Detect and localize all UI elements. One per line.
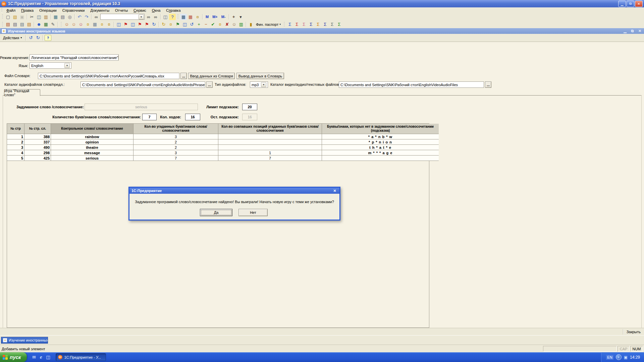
sign-doc-icon[interactable]: ✎ [50, 21, 56, 27]
print-icon[interactable]: ▤ [59, 14, 66, 20]
coins-small-icon[interactable]: ¤ [99, 21, 105, 27]
menu-item[interactable]: Файл [4, 8, 18, 13]
plus-doc-icon[interactable]: + [196, 21, 202, 27]
refill-icon[interactable]: ↻ [35, 35, 41, 41]
audio-type-combobox[interactable]: mp3 ▾ [250, 81, 268, 88]
column-header[interactable]: Контрольное слово/ словосочетание [51, 124, 133, 134]
table-row[interactable]: 5425serious77 [7, 156, 439, 161]
open-folder-icon[interactable]: ▧ [12, 14, 18, 20]
coins-transfer-icon[interactable]: ↻ [160, 21, 167, 27]
doc-person-icon-2[interactable]: ◫ [129, 21, 136, 27]
video-folder-field[interactable]: C:\Documents and Settings\SNK\Рабочий ст… [339, 81, 484, 88]
restore-button[interactable]: ⧉ [627, 1, 634, 7]
barrel-icon[interactable]: ▮ [248, 21, 254, 27]
child-minimize-button[interactable]: ▁ [622, 29, 628, 33]
network-icon[interactable]: ▣ [624, 355, 628, 360]
doc-exchange-icon[interactable]: ◫ [181, 21, 188, 27]
person-doc-icon[interactable]: ☺ [231, 21, 237, 27]
table-row[interactable]: 3490theatre2t h * a t * e [7, 145, 439, 150]
undo-icon[interactable]: ↶ [76, 14, 83, 20]
menu-item[interactable]: Правка [18, 8, 36, 13]
currency-person-icon[interactable]: ¤ [194, 14, 201, 20]
save-icon[interactable]: ▣ [19, 14, 25, 20]
building-coins-icon[interactable]: ▦ [92, 21, 98, 27]
moves-count-field[interactable]: 16 [185, 114, 200, 120]
video-browse-button[interactable]: ... [485, 81, 491, 88]
import-from-dictionary-button[interactable]: Ввод данных из Словаря [188, 73, 235, 79]
cabinet-icon[interactable]: ▤ [5, 21, 11, 27]
coins-drop-icon[interactable]: ¤ [106, 21, 112, 27]
minus-doc-icon[interactable]: − [203, 21, 209, 27]
find-icon[interactable]: ∞ [93, 14, 100, 20]
coins-stack-icon[interactable]: ¤ [85, 21, 91, 27]
coins-doc-icon[interactable]: ¤ [217, 21, 223, 27]
column-header[interactable]: № стр. сл. [24, 124, 51, 134]
flag-red-icon[interactable]: ⚑ [137, 21, 143, 27]
paste-icon[interactable]: ▥ [43, 14, 49, 20]
menu-item[interactable]: Операции [37, 8, 59, 13]
print-preview-icon[interactable]: ◎ [66, 14, 73, 20]
printer-setup-icon[interactable]: ▤ [26, 21, 33, 27]
actions-menu-button[interactable]: Действия ▾ [1, 35, 24, 41]
sum-check-icon[interactable]: Σ [336, 21, 342, 27]
person-coins-icon-2[interactable]: ☺ [70, 21, 77, 27]
dialog-close-icon[interactable]: ✕ [332, 189, 337, 193]
minimize-button[interactable]: ▁ [618, 1, 626, 7]
memory-recall-button[interactable]: М [204, 14, 210, 20]
menu-item[interactable]: Окна [149, 8, 163, 13]
language-indicator[interactable]: EN [606, 355, 613, 360]
calendar-icon[interactable]: ▦ [187, 14, 194, 20]
menu-item[interactable]: Отчеты [112, 8, 130, 13]
combobox-arrow-icon[interactable]: ▾ [261, 82, 266, 87]
sum-person-icon-1[interactable]: Σ [286, 21, 293, 27]
reread-icon[interactable]: ↺ [28, 35, 34, 41]
export-to-dictionary-button[interactable]: Вывод данных в Словарь [236, 73, 284, 79]
sum-people-icon[interactable]: Σ [301, 21, 307, 27]
printer-icon[interactable]: ▤ [12, 21, 18, 27]
check-doc-icon[interactable]: ✔ [210, 21, 216, 27]
menu-item[interactable]: Справочники [60, 8, 88, 13]
sum-person-icon-2[interactable]: Σ [293, 21, 300, 27]
memory-plus-button[interactable]: М+ [211, 14, 219, 20]
cash-table-icon[interactable]: ▦ [43, 21, 49, 27]
table-row[interactable]: 4298message31m * * * a g e [7, 150, 439, 156]
no-button[interactable]: Нет [238, 209, 268, 216]
taskbar-task-button[interactable]: 1С 1С:Предприятие - У... [56, 353, 106, 361]
sum-doc-icon[interactable]: Σ [329, 21, 335, 27]
doc-person-icon[interactable]: ◫ [115, 21, 122, 27]
dictionary-file-field[interactable]: C:\Documents and Settings\SNK\Рабочий ст… [38, 73, 179, 79]
yes-button[interactable]: Да [200, 209, 232, 216]
flag-red-icon-2[interactable]: ⚑ [144, 21, 150, 27]
hint-limit-field[interactable]: 20 [242, 104, 257, 110]
calculator-icon[interactable]: ▦ [180, 14, 187, 20]
outlook-express-icon[interactable]: ✉ [31, 354, 37, 360]
child-close-button[interactable]: ✕ [637, 29, 643, 33]
menu-item[interactable]: Документы [88, 8, 112, 13]
dictionary-browse-button[interactable]: ... [180, 73, 187, 79]
sum-flag-icon-2[interactable]: Σ [315, 21, 321, 27]
audio-browse-button[interactable]: ... [206, 81, 213, 88]
language-bar-icon[interactable]: ‹ [616, 354, 622, 360]
audio-folder-field[interactable]: C:\Documents and Settings\SNK\Рабочий ст… [80, 81, 205, 88]
mdi-window-tab[interactable]: ✦ Изучение иностранных язы... [1, 337, 48, 344]
table-row[interactable]: 2337opinion2* p * n i o n [7, 139, 439, 145]
letters-count-field[interactable]: 7 [142, 114, 157, 120]
child-restore-button[interactable]: ⧉ [630, 29, 635, 33]
cut-icon[interactable]: ✂ [29, 14, 35, 20]
explorer-icon[interactable]: ◫ [45, 354, 51, 360]
people-pair-icon[interactable]: ☻ [36, 21, 42, 27]
column-header[interactable]: Буквы/знаки, которых нет в задуманном сл… [322, 124, 439, 134]
flag-doc-icon[interactable]: ⚑ [174, 21, 181, 27]
service-settings-icon[interactable]: ✦ [230, 14, 237, 20]
fin-passport-button[interactable]: Фин. паспорт ▾ [254, 21, 282, 27]
window-pages-icon[interactable]: ◫ [162, 14, 169, 20]
mode-combobox[interactable]: Логическая игра "Разгадай слово/словосоч… [30, 54, 119, 61]
doc-coins-icon[interactable]: ¤ [167, 21, 174, 27]
sum-flag-icon-3[interactable]: Σ [322, 21, 328, 27]
help-1c-icon[interactable]: ? [169, 14, 176, 20]
close-form-button[interactable]: Закрыть [626, 330, 644, 334]
doc-refresh-icon-2[interactable]: ↺ [189, 21, 195, 27]
person-coins-icon-1[interactable]: ☺ [63, 21, 70, 27]
close-button[interactable]: ✕ [635, 1, 643, 7]
cross-doc-icon[interactable]: ✘ [224, 21, 230, 27]
